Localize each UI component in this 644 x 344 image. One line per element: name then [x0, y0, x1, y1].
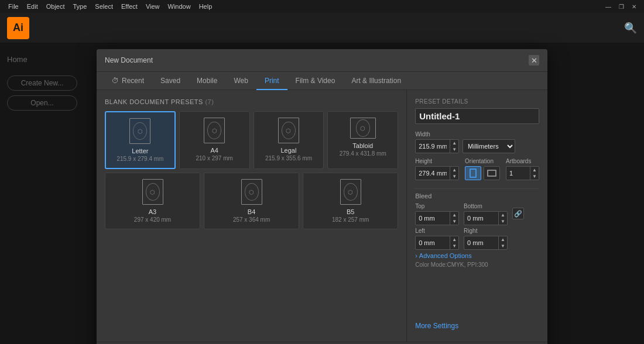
- unit-select[interactable]: Millimeters Centimeters Inches Points Pi…: [463, 139, 515, 153]
- bleed-left-down[interactable]: ▼: [450, 243, 458, 249]
- menu-items: File Edit Object Type Select Effect View…: [5, 2, 215, 11]
- portrait-button[interactable]: [465, 166, 481, 180]
- b5-icon-inner: ⬡: [344, 183, 358, 201]
- bleed-link-icon[interactable]: 🔗: [512, 208, 524, 219]
- height-field-group: Height ▲ ▼: [415, 158, 459, 180]
- menu-help[interactable]: Help: [196, 2, 216, 11]
- bleed-left-right-row: Left ▲ ▼ Right: [415, 228, 539, 250]
- minimize-button[interactable]: —: [603, 2, 614, 11]
- bleed-right-spinners: ▲ ▼: [498, 236, 507, 249]
- bleed-top-down[interactable]: ▼: [450, 218, 458, 225]
- bleed-top-bottom-row: Top ▲ ▼ Bottom: [415, 203, 539, 225]
- menu-file[interactable]: File: [5, 2, 22, 11]
- preset-b5-size: 182 x 257 mm: [332, 216, 369, 223]
- menu-type[interactable]: Type: [70, 2, 91, 11]
- tab-film-video[interactable]: Film & Video: [287, 72, 344, 90]
- bleed-bottom-wrap: ▲ ▼: [464, 211, 508, 225]
- landscape-button[interactable]: [484, 166, 500, 180]
- tab-mobile[interactable]: Mobile: [189, 72, 225, 90]
- tab-art-illustration[interactable]: Art & Illustration: [343, 72, 409, 90]
- preset-letter[interactable]: ⬡ Letter 215.9 x 279.4 mm: [105, 111, 176, 169]
- menu-object[interactable]: Object: [43, 2, 68, 11]
- bleed-right-input[interactable]: [464, 238, 498, 247]
- height-up-button[interactable]: ▲: [450, 167, 458, 173]
- bleed-left-spinners: ▲ ▼: [450, 236, 458, 249]
- bleed-right-label: Right: [464, 228, 508, 234]
- bleed-top-input[interactable]: [416, 214, 450, 223]
- artboards-down-button[interactable]: ▼: [530, 173, 539, 180]
- preset-tabloid-icon: ⬡: [350, 118, 376, 139]
- preset-b5-icon: ⬡: [340, 179, 361, 205]
- menu-effect[interactable]: Effect: [118, 2, 141, 11]
- app-logo: Ai: [7, 17, 29, 39]
- artboards-label: Artboards: [506, 158, 539, 164]
- chevron-right-icon: ›: [415, 252, 417, 259]
- search-icon[interactable]: 🔍: [624, 22, 637, 35]
- bleed-bottom-label: Bottom: [464, 203, 508, 209]
- artboards-field-group: Artboards ▲ ▼: [506, 158, 539, 180]
- preset-tabloid[interactable]: ⬡ Tabloid 279.4 x 431.8 mm: [327, 111, 398, 169]
- menu-select[interactable]: Select: [91, 2, 117, 11]
- preset-b4-size: 257 x 364 mm: [233, 216, 270, 223]
- bleed-left-wrap: ▲ ▼: [415, 236, 459, 250]
- height-spinners: ▲ ▼: [450, 167, 458, 180]
- preset-details-panel: PRESET DETAILS Width ▲ ▼ Millimeters Cen: [407, 90, 547, 342]
- height-orient-row: Height ▲ ▼ Orientation: [415, 158, 539, 180]
- preset-legal-name: Legal: [281, 147, 297, 154]
- modal-tabs: ⏱ Recent Saved Mobile Web Print Film & V…: [97, 72, 547, 90]
- tab-web[interactable]: Web: [225, 72, 256, 90]
- bleed-bottom-spinners: ▲ ▼: [498, 212, 507, 225]
- preset-b4[interactable]: ⬡ B4 257 x 364 mm: [204, 173, 299, 229]
- bleed-bottom-down[interactable]: ▼: [499, 218, 507, 225]
- width-input-wrap: ▲ ▼: [415, 139, 459, 153]
- bleed-bottom-group: Bottom ▲ ▼: [464, 203, 508, 225]
- width-spinners: ▲ ▼: [450, 140, 458, 153]
- legal-icon-inner: ⬡: [282, 122, 296, 139]
- color-mode-text: Color Mode:CMYK, PPI:300: [415, 262, 539, 268]
- width-input[interactable]: [416, 142, 450, 151]
- artboards-input[interactable]: [506, 168, 530, 178]
- new-document-modal: New Document ✕ ⏱ Recent Saved Mobile Web…: [97, 49, 547, 344]
- svg-rect-1: [488, 170, 496, 176]
- doc-name-input[interactable]: [415, 108, 539, 124]
- width-down-button[interactable]: ▼: [450, 146, 458, 153]
- preset-a4-size: 210 x 297 mm: [196, 155, 232, 161]
- bleed-label: Bleed: [415, 192, 539, 199]
- preset-a3-icon: ⬡: [142, 179, 163, 205]
- preset-a4[interactable]: ⬡ A4 210 x 297 mm: [179, 111, 250, 169]
- menu-view[interactable]: View: [142, 2, 163, 11]
- bleed-left-group: Left ▲ ▼: [415, 228, 459, 250]
- bleed-left-up[interactable]: ▲: [450, 236, 458, 243]
- modal-overlay: New Document ✕ ⏱ Recent Saved Mobile Web…: [0, 43, 644, 344]
- artboards-up-button[interactable]: ▲: [530, 167, 539, 173]
- width-field-row: ▲ ▼ Millimeters Centimeters Inches Point…: [415, 139, 539, 153]
- maximize-button[interactable]: ❐: [616, 2, 626, 11]
- bleed-left-input[interactable]: [416, 238, 450, 247]
- modal-header: New Document ✕: [97, 49, 547, 72]
- bleed-top-group: Top ▲ ▼: [415, 203, 459, 225]
- width-up-button[interactable]: ▲: [450, 140, 458, 146]
- tab-print[interactable]: Print: [256, 72, 287, 90]
- bleed-right-group: Right ▲ ▼: [464, 228, 508, 250]
- advanced-options-link[interactable]: › Advanced Options: [415, 252, 539, 259]
- preset-a3[interactable]: ⬡ A3 297 x 420 mm: [105, 173, 200, 229]
- menu-window[interactable]: Window: [165, 2, 194, 11]
- bleed-right-up[interactable]: ▲: [499, 236, 507, 243]
- bleed-right-down[interactable]: ▼: [499, 243, 507, 249]
- height-input[interactable]: [416, 168, 450, 178]
- menu-edit[interactable]: Edit: [23, 2, 42, 11]
- bleed-top-up[interactable]: ▲: [450, 212, 458, 218]
- bleed-bottom-input[interactable]: [464, 214, 498, 223]
- app-close-button[interactable]: ✕: [629, 2, 639, 11]
- height-down-button[interactable]: ▼: [450, 173, 458, 180]
- preset-legal[interactable]: ⬡ Legal 215.9 x 355.6 mm: [254, 111, 324, 169]
- tab-saved[interactable]: Saved: [152, 72, 189, 90]
- preset-b5[interactable]: ⬡ B5 182 x 257 mm: [303, 173, 398, 229]
- menu-bar: File Edit Object Type Select Effect View…: [0, 0, 644, 13]
- more-settings-link[interactable]: More Settings: [415, 322, 539, 330]
- preset-b4-icon: ⬡: [241, 179, 262, 205]
- tab-recent[interactable]: ⏱ Recent: [104, 72, 152, 90]
- bleed-bottom-up[interactable]: ▲: [499, 212, 507, 218]
- modal-footer: Create Close: [97, 342, 547, 344]
- modal-close-button[interactable]: ✕: [529, 55, 539, 66]
